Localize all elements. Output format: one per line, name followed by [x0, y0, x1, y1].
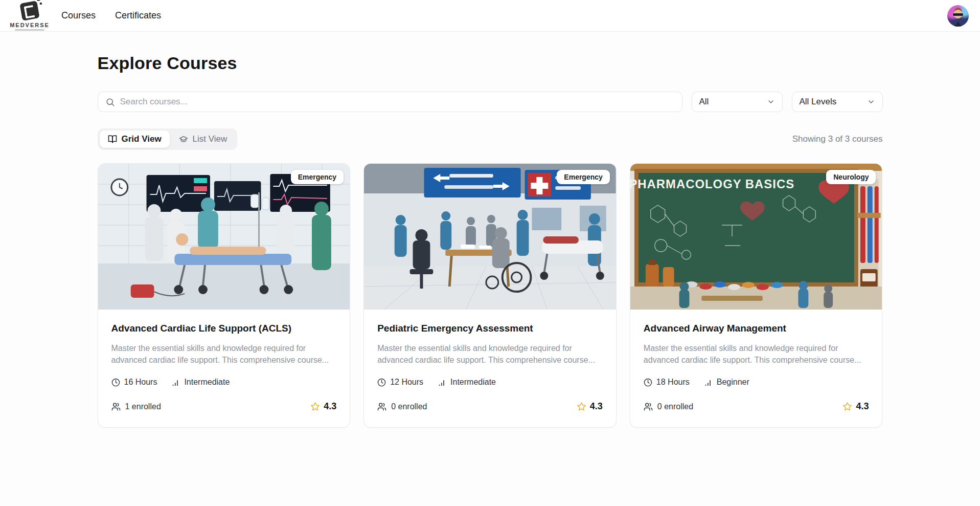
- medverse-logo-icon: [19, 1, 39, 20]
- page-title: Explore Courses: [98, 53, 883, 73]
- enrolled-label: 0 enrolled: [391, 402, 427, 411]
- enrolled-meta: 0 enrolled: [377, 402, 427, 411]
- nav-link-courses[interactable]: Courses: [61, 10, 96, 21]
- clock-icon: [377, 378, 386, 387]
- course-image: PHARMACOLOGY BASICS: [630, 164, 882, 310]
- enrolled-meta: 1 enrolled: [111, 402, 161, 411]
- course-card-body: Advanced Airway Management Master the es…: [630, 310, 882, 427]
- list-view-button[interactable]: List View: [171, 130, 236, 148]
- category-badge: Emergency: [291, 170, 344, 184]
- course-card-footer: 0 enrolled 4.3: [644, 401, 869, 412]
- course-image: Emergency: [364, 164, 616, 310]
- grid-view-button[interactable]: Grid View: [100, 130, 170, 148]
- level-label: Intermediate: [450, 378, 496, 387]
- course-description: Master the essential skills and knowledg…: [377, 343, 603, 366]
- enrolled-label: 1 enrolled: [125, 402, 161, 411]
- filter-row: All All Levels: [98, 92, 883, 112]
- rating: 4.3: [310, 401, 336, 412]
- clock-icon: [644, 378, 652, 387]
- brand-tagline: [15, 29, 44, 31]
- board-title: PHARMACOLOGY BASICS: [630, 177, 794, 191]
- signal-bars-icon: [171, 378, 180, 387]
- course-card-body: Pediatric Emergency Assessment Master th…: [364, 310, 616, 427]
- course-description: Master the essential skills and knowledg…: [111, 343, 337, 366]
- course-card[interactable]: PHARMACOLOGY BASICS: [630, 163, 883, 428]
- book-open-icon: [108, 135, 117, 144]
- users-icon: [644, 402, 653, 411]
- signal-bars-icon: [704, 378, 713, 387]
- duration-label: 16 Hours: [124, 378, 157, 387]
- level-select[interactable]: All Levels: [792, 92, 883, 112]
- results-summary: Showing 3 of 3 courses: [792, 134, 883, 144]
- level-meta: Beginner: [704, 378, 749, 387]
- users-icon: [377, 402, 386, 411]
- course-card[interactable]: Emergency Pediatric Emergency Assessment…: [363, 163, 617, 428]
- brand-name: MEDVERSE: [10, 22, 50, 28]
- level-label: Beginner: [717, 378, 749, 387]
- level-select-value: All Levels: [800, 97, 837, 107]
- chevron-down-icon: [767, 98, 775, 106]
- category-badge: Neurology: [826, 170, 876, 184]
- star-icon: [842, 402, 852, 411]
- toolbar-row: Grid View List View Showing 3 of 3 cours…: [98, 128, 883, 150]
- course-card-body: Advanced Cardiac Life Support (ACLS) Mas…: [98, 310, 350, 427]
- rating-value: 4.3: [590, 401, 603, 412]
- duration-label: 12 Hours: [390, 378, 423, 387]
- duration-meta: 16 Hours: [111, 378, 157, 387]
- course-card-footer: 1 enrolled 4.3: [111, 401, 337, 412]
- clock-icon: [111, 378, 120, 387]
- course-meta-row: 16 Hours Intermediate: [111, 378, 337, 387]
- search-box: [98, 92, 682, 112]
- course-meta-row: 18 Hours Beginner: [644, 378, 869, 387]
- course-title: Advanced Airway Management: [644, 323, 869, 334]
- grid-view-label: Grid View: [122, 134, 162, 144]
- acls-course-illustration: [98, 164, 350, 310]
- pharmacology-course-illustration: PHARMACOLOGY BASICS: [630, 164, 882, 310]
- signal-bars-icon: [438, 378, 446, 387]
- course-card-footer: 0 enrolled 4.3: [377, 401, 603, 412]
- star-icon: [577, 402, 586, 411]
- level-label: Intermediate: [184, 378, 230, 387]
- category-select[interactable]: All: [692, 92, 783, 112]
- rating: 4.3: [842, 401, 869, 412]
- course-description: Master the essential skills and knowledg…: [644, 343, 869, 366]
- duration-meta: 12 Hours: [377, 378, 423, 387]
- list-view-label: List View: [193, 134, 227, 144]
- top-nav: MEDVERSE Courses Certificates: [0, 0, 980, 32]
- users-icon: [111, 402, 121, 411]
- duration-meta: 18 Hours: [644, 378, 690, 387]
- category-badge: Emergency: [557, 170, 609, 184]
- rating: 4.3: [577, 401, 603, 412]
- rating-value: 4.3: [324, 401, 336, 412]
- main-content: Explore Courses All All Levels: [98, 53, 883, 428]
- enrolled-meta: 0 enrolled: [644, 402, 693, 411]
- brand-logo[interactable]: MEDVERSE: [11, 1, 48, 31]
- view-toggle: Grid View List View: [98, 128, 238, 150]
- courses-grid: Emergency Advanced Cardiac Life Support …: [98, 163, 883, 428]
- course-meta-row: 12 Hours Intermediate: [377, 378, 603, 387]
- nav-link-certificates[interactable]: Certificates: [115, 10, 161, 21]
- category-select-value: All: [699, 97, 709, 107]
- nav-links: Courses Certificates: [61, 10, 161, 21]
- level-meta: Intermediate: [438, 378, 496, 387]
- chevron-down-icon: [867, 98, 875, 106]
- rating-value: 4.3: [856, 401, 869, 412]
- course-card[interactable]: Emergency Advanced Cardiac Life Support …: [98, 163, 351, 428]
- triage-course-illustration: [364, 164, 616, 310]
- star-icon: [310, 402, 320, 411]
- search-input[interactable]: [120, 97, 675, 107]
- course-image: Emergency: [98, 164, 350, 310]
- enrolled-label: 0 enrolled: [657, 402, 693, 411]
- user-avatar[interactable]: [947, 5, 969, 27]
- course-title: Advanced Cardiac Life Support (ACLS): [111, 323, 337, 334]
- course-title: Pediatric Emergency Assessment: [377, 323, 603, 334]
- graduation-cap-icon: [179, 135, 188, 144]
- duration-label: 18 Hours: [656, 378, 690, 387]
- level-meta: Intermediate: [171, 378, 230, 387]
- search-icon: [105, 97, 115, 107]
